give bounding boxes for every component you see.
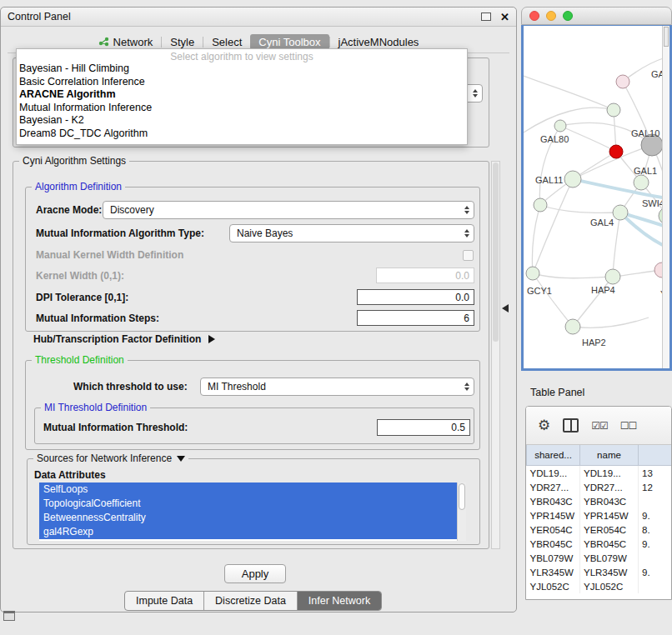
network-node[interactable] — [605, 269, 620, 284]
table-cell[interactable]: YBR043C — [580, 494, 639, 508]
table-cell[interactable]: 12 — [639, 480, 672, 494]
close-icon[interactable]: ✕ — [500, 12, 509, 22]
table-row[interactable]: YDL19...YDL19...13 — [527, 466, 672, 481]
dropdown-item[interactable]: Mutual Information Inference — [17, 102, 467, 115]
table-cell[interactable]: YBR045C — [580, 537, 639, 551]
network-edge[interactable] — [573, 277, 613, 327]
table-cell[interactable]: 9. — [639, 565, 672, 579]
network-edge[interactable] — [533, 273, 573, 327]
close-traffic-light[interactable] — [529, 11, 539, 21]
table-cell[interactable]: YJL052C — [527, 579, 580, 593]
table-cell[interactable]: YBR045C — [527, 537, 580, 551]
network-edge[interactable] — [533, 179, 573, 273]
network-canvas-svg[interactable]: GAL7GAL80GAL10GAL1GAL11SWI4GAL4GCY1HAP4H… — [524, 26, 669, 369]
dpi-tolerance-input[interactable] — [357, 289, 474, 305]
network-node[interactable] — [607, 103, 620, 117]
network-node[interactable] — [554, 120, 566, 132]
tab-impute-data[interactable]: Impute Data — [125, 592, 204, 610]
attribute-list-item[interactable]: TopologicalCoefficient — [39, 497, 466, 511]
table-cell[interactable]: YER054C — [580, 522, 639, 537]
table-cell[interactable] — [639, 551, 672, 565]
network-node[interactable] — [565, 319, 580, 334]
table-cell[interactable]: 9. — [639, 537, 672, 551]
table-cell[interactable]: YLR345W — [580, 565, 639, 579]
network-edge[interactable] — [573, 318, 649, 328]
aracne-mode-combobox[interactable]: Discovery — [103, 201, 474, 219]
table-row[interactable]: YDR27...YDR27...12 — [527, 480, 672, 494]
network-edge[interactable] — [524, 108, 614, 132]
zoom-traffic-light[interactable] — [563, 11, 573, 21]
minimize-traffic-light[interactable] — [546, 11, 556, 21]
deselect-all-checks-icon[interactable]: ☐☐ — [620, 420, 637, 432]
manual-kernel-checkbox[interactable] — [463, 250, 474, 261]
network-edge[interactable] — [533, 273, 613, 278]
table-row[interactable]: YJL052CYJL052C — [527, 579, 672, 593]
control-panel-titlebar[interactable]: Control Panel ✕ — [1, 8, 516, 27]
table-cell[interactable]: 13 — [639, 466, 672, 481]
table-row[interactable]: YBR045CYBR045C9. — [527, 537, 672, 551]
attribute-list-item[interactable]: gal4RGexp — [39, 525, 466, 539]
which-threshold-combobox[interactable]: MI Threshold — [200, 378, 474, 396]
dock-panel-icon[interactable] — [3, 611, 15, 621]
mi-threshold-input[interactable] — [377, 419, 470, 436]
hub-definition-expander[interactable]: Hub/Transcription Factor Definition — [33, 333, 215, 345]
tab-jactivemnodules[interactable]: jActiveMNodules — [330, 34, 428, 50]
network-node[interactable] — [616, 75, 629, 88]
float-panel-icon[interactable] — [481, 12, 491, 21]
gear-icon[interactable]: ⚙ — [538, 418, 550, 432]
table-cell[interactable]: YDR27... — [580, 480, 639, 494]
dropdown-item[interactable]: Dream8 DC_TDC Algorithm — [17, 128, 467, 141]
network-window-titlebar[interactable] — [521, 7, 672, 25]
table-cell[interactable]: YBL079W — [527, 551, 580, 565]
network-node[interactable] — [534, 198, 547, 212]
attribute-list-item[interactable]: SelfLoops — [39, 482, 466, 497]
attributes-scrollbar[interactable] — [457, 482, 466, 541]
dropdown-item[interactable]: Bayesian - Hill Climbing — [17, 62, 467, 76]
network-node[interactable] — [526, 267, 539, 280]
table-cell[interactable]: YLR345W — [527, 565, 580, 579]
network-node[interactable] — [613, 205, 628, 220]
table-cell[interactable]: YBR043C — [527, 494, 580, 508]
table-cell[interactable] — [639, 494, 672, 508]
columns-icon[interactable] — [563, 418, 579, 432]
network-node[interactable] — [564, 171, 581, 188]
attribute-list-item[interactable]: BetweennessCentrality — [39, 511, 466, 525]
tab-cyni-toolbox[interactable]: Cyni Toolbox — [250, 34, 328, 50]
table-cell[interactable]: YER054C — [527, 522, 580, 537]
dropdown-item[interactable]: Basic Correlation Inference — [17, 76, 467, 89]
table-cell[interactable]: YPR145W — [527, 508, 580, 522]
network-edge[interactable] — [613, 212, 620, 277]
network-node[interactable] — [634, 175, 649, 190]
network-scrollbar[interactable] — [662, 26, 669, 368]
table-cell[interactable] — [639, 579, 672, 593]
table-row[interactable]: YLR345WYLR345W9. — [527, 565, 672, 579]
table-cell[interactable]: 8. — [639, 522, 672, 537]
table-cell[interactable]: YDR27... — [527, 480, 580, 494]
kernel-width-input[interactable] — [376, 268, 474, 283]
scrollbar-thumb[interactable] — [664, 27, 669, 47]
apply-button[interactable]: Apply — [224, 564, 286, 583]
network-edge[interactable] — [524, 76, 614, 110]
table-row[interactable]: YPR145WYPR145W9. — [527, 508, 672, 522]
table-cell[interactable]: YDL19... — [580, 466, 639, 481]
dropdown-item[interactable]: Bayesian - K2 — [17, 114, 467, 128]
network-node[interactable] — [609, 145, 623, 158]
table-cell[interactable]: YDL19... — [527, 466, 580, 481]
scrollbar-thumb[interactable] — [493, 162, 499, 342]
network-edge[interactable] — [573, 179, 669, 199]
tab-select[interactable]: Select — [203, 34, 250, 50]
panel-collapse-arrow-icon[interactable] — [502, 304, 509, 312]
table-cell[interactable]: 9. — [639, 508, 672, 522]
column-header[interactable] — [639, 445, 672, 466]
tab-discretize-data[interactable]: Discretize Data — [204, 592, 298, 610]
mi-steps-input[interactable] — [357, 310, 474, 326]
mi-type-combobox[interactable]: Naive Bayes — [229, 224, 474, 242]
network-edge[interactable] — [540, 205, 620, 212]
tab-infer-network[interactable]: Infer Network — [298, 592, 381, 610]
collapse-down-icon[interactable] — [177, 456, 185, 462]
network-canvas[interactable]: GAL7GAL80GAL10GAL1GAL11SWI4GAL4GCY1HAP4H… — [521, 25, 672, 371]
table-cell[interactable]: YPR145W — [580, 508, 639, 522]
table-row[interactable]: YBL079WYBL079W — [527, 551, 672, 565]
settings-scrollbar[interactable] — [491, 161, 500, 549]
column-header[interactable]: shared... — [527, 445, 580, 466]
